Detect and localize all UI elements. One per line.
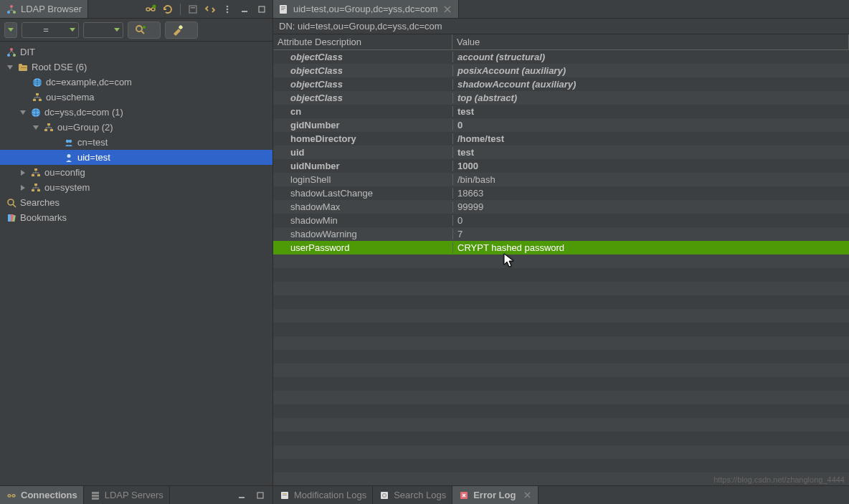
operator-combo[interactable]: = bbox=[22, 22, 79, 38]
run-tool[interactable] bbox=[165, 22, 198, 39]
svg-rect-61 bbox=[381, 492, 388, 499]
tree-ou-schema[interactable]: ou=schema bbox=[0, 90, 272, 105]
sync-icon[interactable] bbox=[202, 2, 218, 16]
tree-ou-config[interactable]: ou=config bbox=[0, 165, 272, 180]
minimize-icon[interactable] bbox=[237, 2, 252, 16]
tab-ldap-servers[interactable]: LDAP Servers bbox=[84, 486, 170, 504]
maximize-icon[interactable] bbox=[252, 488, 268, 503]
menu-icon[interactable] bbox=[219, 2, 235, 16]
attr-cell: uidNumber bbox=[273, 161, 452, 171]
tab-search-logs[interactable]: Search Logs bbox=[373, 486, 452, 504]
org-icon bbox=[43, 122, 54, 133]
tree-label: Searches bbox=[20, 197, 60, 208]
value-cell: shadowAccount (auxiliary) bbox=[452, 79, 849, 90]
close-icon[interactable] bbox=[442, 4, 452, 14]
svg-point-39 bbox=[69, 139, 72, 142]
header-value[interactable]: Value bbox=[452, 34, 849, 49]
table-row[interactable]: shadowMax99999 bbox=[273, 200, 849, 214]
svg-rect-53 bbox=[92, 492, 99, 494]
attr-cell: homeDirectory bbox=[273, 133, 452, 144]
table-row[interactable]: objectClassposixAccount (auxiliary) bbox=[273, 64, 849, 77]
filter-small-combo[interactable] bbox=[4, 22, 17, 38]
expander-icon[interactable] bbox=[19, 184, 27, 192]
svg-rect-16 bbox=[281, 6, 285, 7]
tree-dit[interactable]: DIT bbox=[0, 44, 272, 60]
tree-dc-example[interactable]: dc=example,dc=com bbox=[0, 75, 272, 90]
table-row[interactable]: homeDirectory/home/test bbox=[273, 132, 849, 146]
table-row-empty bbox=[273, 309, 849, 323]
table-row[interactable]: objectClassshadowAccount (auxiliary) bbox=[273, 77, 849, 91]
org-icon bbox=[32, 92, 43, 103]
header-attribute[interactable]: Attribute Description bbox=[273, 34, 452, 49]
svg-rect-59 bbox=[283, 493, 287, 494]
svg-point-24 bbox=[13, 54, 16, 57]
tab-label: Error Log bbox=[473, 490, 516, 500]
tree-uid-test[interactable]: uid=test bbox=[0, 150, 272, 165]
tree-ou-system[interactable]: ou=system bbox=[0, 180, 272, 195]
tree-root-dse[interactable]: Root DSE (6) bbox=[0, 60, 272, 75]
editor-tab[interactable]: uid=test,ou=Group,dc=yss,dc=com bbox=[273, 0, 459, 18]
search-tool[interactable] bbox=[128, 22, 161, 39]
tree-cn-test[interactable]: cn=test bbox=[0, 135, 272, 150]
svg-point-2 bbox=[7, 11, 10, 14]
tab-connections[interactable]: Connections bbox=[0, 486, 84, 504]
expander-icon[interactable] bbox=[6, 63, 14, 72]
minimize-icon[interactable] bbox=[234, 488, 250, 503]
attr-cell: objectClass bbox=[273, 52, 452, 62]
tree-bookmarks[interactable]: Bookmarks bbox=[0, 210, 272, 225]
table-row[interactable]: loginShell/bin/bash bbox=[273, 173, 849, 186]
svg-rect-36 bbox=[44, 129, 47, 131]
expander-icon[interactable] bbox=[19, 168, 27, 177]
svg-rect-31 bbox=[33, 99, 36, 101]
expander-icon[interactable] bbox=[32, 123, 40, 132]
value-cell: 0 bbox=[452, 120, 849, 130]
table-row[interactable]: shadowLastChange18663 bbox=[273, 186, 849, 200]
close-icon[interactable] bbox=[522, 490, 532, 500]
svg-point-10 bbox=[227, 5, 229, 7]
dn-bar: DN: uid=test,ou=Group,dc=yss,dc=com bbox=[273, 19, 849, 34]
table-row[interactable]: objectClassaccount (structural) bbox=[273, 50, 849, 64]
table-row-empty bbox=[273, 323, 849, 336]
editor-tab-title: uid=test,ou=Group,dc=yss,dc=com bbox=[293, 4, 438, 14]
attr-cell: uid bbox=[273, 147, 452, 158]
value-combo[interactable] bbox=[83, 22, 123, 38]
table-row[interactable]: cntest bbox=[273, 105, 849, 118]
maximize-icon[interactable] bbox=[254, 2, 270, 16]
value-cell: account (structural) bbox=[452, 52, 849, 62]
tree-dc-yss[interactable]: dc=yss,dc=com (1) bbox=[0, 105, 272, 120]
globe-icon bbox=[32, 77, 43, 88]
collapse-icon[interactable] bbox=[185, 2, 201, 16]
table-row[interactable]: shadowWarning7 bbox=[273, 227, 849, 241]
tree-searches[interactable]: Searches bbox=[0, 195, 272, 210]
chevron-down-icon bbox=[70, 28, 75, 32]
table-row[interactable]: shadowMin0 bbox=[273, 214, 849, 227]
tree-label: dc=yss,dc=com (1) bbox=[44, 107, 123, 118]
table-row[interactable]: objectClasstop (abstract) bbox=[273, 91, 849, 105]
table-row[interactable]: uidNumber1000 bbox=[273, 159, 849, 173]
value-cell: 7 bbox=[452, 229, 849, 239]
ldap-browser-tab[interactable]: LDAP Browser bbox=[0, 0, 88, 18]
svg-point-23 bbox=[7, 54, 10, 57]
tab-error-log[interactable]: Error Log bbox=[452, 486, 539, 504]
table-row[interactable]: userPasswordCRYPT hashed password bbox=[273, 241, 849, 255]
refresh-icon[interactable] bbox=[160, 2, 176, 16]
svg-rect-45 bbox=[32, 189, 34, 191]
person-icon bbox=[63, 152, 75, 163]
tab-modification-logs[interactable]: Modification Logs bbox=[273, 486, 373, 504]
expander-icon[interactable] bbox=[19, 108, 27, 117]
table-row-empty bbox=[273, 350, 849, 363]
connections-icon bbox=[6, 490, 17, 501]
globe-icon bbox=[30, 107, 42, 118]
svg-rect-37 bbox=[50, 129, 53, 131]
svg-rect-54 bbox=[92, 495, 99, 497]
svg-rect-46 bbox=[37, 189, 40, 191]
svg-point-0 bbox=[10, 5, 13, 8]
table-row[interactable]: uidtest bbox=[273, 146, 849, 159]
svg-rect-30 bbox=[36, 93, 39, 95]
tree-ou-group[interactable]: ou=Group (2) bbox=[0, 120, 272, 135]
table-row-empty bbox=[273, 418, 849, 432]
link-icon[interactable] bbox=[143, 2, 158, 16]
table-row[interactable]: gidNumber0 bbox=[273, 118, 849, 132]
tree-label: cn=test bbox=[77, 137, 108, 148]
attr-cell: objectClass bbox=[273, 92, 452, 103]
